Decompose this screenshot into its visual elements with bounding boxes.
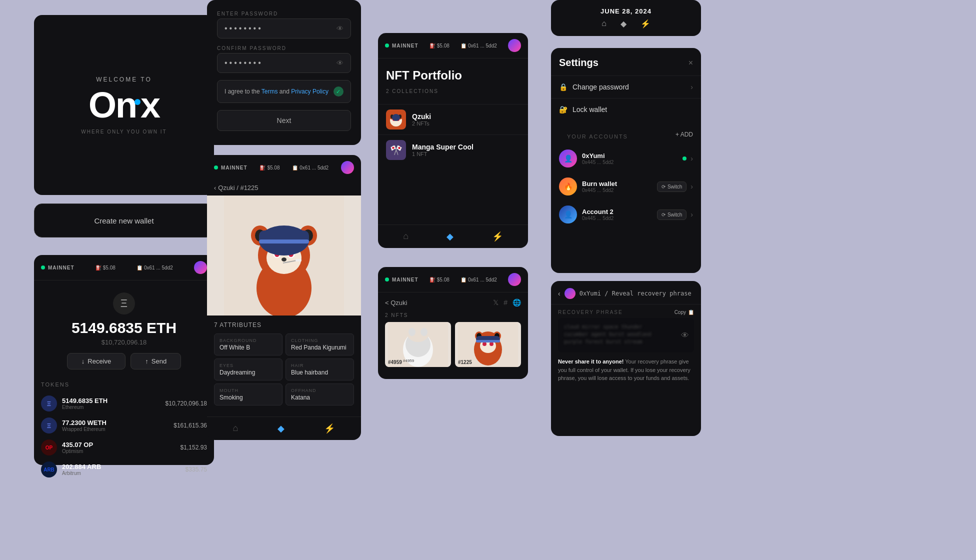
enter-password-label: ENTER PASSWORD: [217, 11, 351, 16]
avatar[interactable]: [194, 261, 207, 274]
diamond-icon[interactable]: ◆: [620, 19, 626, 28]
network-label: MAINNET: [48, 265, 74, 270]
toggle-password-icon[interactable]: 👁: [336, 24, 344, 32]
recovery-avatar: [564, 288, 576, 299]
weth-token-usd: $161,615.36: [174, 422, 207, 429]
qzuki-collection-avatar[interactable]: [508, 273, 521, 286]
collection-manga[interactable]: 🎌 Manga Super Cool 1 NFT: [378, 134, 528, 165]
account-addr-2: 0x445 ... 5dd2: [582, 216, 614, 221]
account-chevron-burn: ›: [690, 182, 693, 190]
settings-header: Settings ×: [551, 48, 701, 76]
switch-burn-button[interactable]: ⟳ Switch: [657, 182, 686, 192]
switch-icon-2: ⟳: [662, 212, 666, 218]
eth-token-name: 5149.6835 ETH: [62, 397, 108, 404]
usd-amount: $10,720,096.18: [102, 338, 146, 346]
attr-mouth: MOUTH Smoking: [214, 384, 282, 406]
twitter-icon[interactable]: 𝕏: [493, 298, 498, 306]
home-nav-icon[interactable]: ⌂: [233, 423, 238, 434]
home-icon-portfolio[interactable]: ⌂: [403, 231, 408, 242]
manga-avatar: 🎌: [386, 140, 406, 160]
home-icon[interactable]: ⌂: [602, 19, 606, 28]
svg-text:#4959: #4959: [403, 358, 414, 363]
close-settings-button[interactable]: ×: [688, 58, 693, 68]
svg-point-28: [392, 114, 400, 121]
nft-detail-avatar[interactable]: [341, 161, 354, 174]
word-line-2: cucumber agent burst woodland: [564, 332, 688, 337]
lock-wallet-item[interactable]: 🔐 Lock wallet: [551, 98, 701, 120]
network-dot: [41, 266, 45, 270]
weth-token-name: 77.2300 WETH: [62, 419, 106, 426]
eth-symbol: Ξ: [120, 297, 128, 310]
nft-thumb-1225[interactable]: #1225: [455, 322, 521, 367]
portfolio-heading: NFT Portfolio: [386, 68, 520, 82]
toggle-confirm-icon[interactable]: 👁: [336, 59, 344, 67]
check-icon: ✓: [334, 86, 344, 96]
lightning-icon-portfolio[interactable]: ⚡: [492, 231, 503, 242]
recovery-warning: Never share it to anyone! Your recovery …: [551, 352, 701, 388]
tokens-title: TOKENS: [41, 382, 207, 388]
confirm-password-input[interactable]: •••••••• 👁: [217, 53, 351, 73]
copy-phrase-button[interactable]: Copy 📋: [674, 310, 694, 315]
settings-title: Settings: [559, 57, 598, 68]
receive-button[interactable]: ↓ Receive: [67, 353, 126, 370]
token-row-eth[interactable]: Ξ 5149.6835 ETH Ethereum $10,720,096.18: [41, 392, 207, 414]
switch-account2-button[interactable]: ⟳ Switch: [657, 210, 686, 220]
account-row-burn[interactable]: 🔥 Burn wallet 0x445 ... 5dd2 ⟳ Switch ›: [551, 172, 701, 200]
account-addr-burn: 0x445 ... 5dd2: [582, 188, 617, 193]
enter-password-input[interactable]: •••••••• 👁: [217, 18, 351, 38]
eth-token-usd: $10,720,096.18: [166, 400, 207, 407]
diamond-icon-portfolio[interactable]: ◆: [446, 231, 454, 242]
terms-checkbox[interactable]: I agree to the Terms and Privacy Policy …: [217, 80, 351, 103]
token-row-op[interactable]: OP 435.07 OP Optimism $1,152.93: [41, 436, 207, 458]
balance-section: Ξ 5149.6835 ETH $10,720,096.18 ↓ Receive…: [34, 280, 214, 376]
globe-icon[interactable]: 🌐: [512, 298, 521, 306]
discord-icon[interactable]: #: [504, 298, 508, 306]
account-name-yumi: 0xYumi: [582, 152, 614, 160]
date-text: JUNE 28, 2024: [600, 8, 652, 15]
recovery-topbar: ‹ 0xYumi / Reveal recovery phrase: [551, 281, 701, 304]
privacy-link[interactable]: Privacy Policy: [291, 88, 328, 95]
terms-link[interactable]: Terms: [262, 88, 278, 95]
toggle-recovery-icon[interactable]: 👁: [681, 331, 689, 340]
action-buttons: ↓ Receive ↑ Send: [67, 353, 181, 370]
confirm-password-label: CONFIRM PASSWORD: [217, 46, 351, 51]
account-chevron-yumi: ›: [690, 154, 693, 162]
token-row-arb[interactable]: ARB 202.884 ARB Arbitrum $335.75: [41, 458, 207, 480]
lightning-nav-icon[interactable]: ⚡: [324, 423, 335, 434]
word-line-3: purple forest burst stream: [564, 339, 688, 344]
copy-icon: 📋: [688, 310, 694, 315]
next-button[interactable]: Next: [217, 110, 351, 131]
add-account-button[interactable]: + ADD: [676, 131, 693, 138]
create-wallet-panel[interactable]: Create new wallet: [34, 204, 214, 238]
svg-point-14: [282, 258, 286, 262]
receive-icon: ↓: [82, 358, 85, 365]
op-token-icon: OP: [41, 440, 57, 456]
qzuki-back-btn[interactable]: < Qzuki: [385, 299, 407, 306]
diamond-nav-icon[interactable]: ◆: [278, 423, 284, 434]
account-avatar-yumi: 👤: [559, 150, 577, 168]
send-button[interactable]: ↑ Send: [130, 353, 181, 370]
gas-icon: ⛽: [96, 265, 102, 270]
change-password-item[interactable]: 🔒 Change password ›: [551, 76, 701, 98]
manga-name: Manga Super Cool: [412, 143, 474, 151]
recovery-back-btn[interactable]: ‹: [558, 290, 560, 298]
eth-token-sub: Ethereum: [62, 404, 108, 410]
nft-breadcrumb[interactable]: ‹ Qzuki / #1225: [207, 180, 361, 196]
account-row-2[interactable]: 👤 Account 2 0x445 ... 5dd2 ⟳ Switch ›: [551, 200, 701, 228]
terms-text: I agree to the Terms and Privacy Policy: [224, 88, 328, 95]
wallet-balance-panel: MAINNET ⛽ $5.08 📋 0x61 ... 5dd2 Ξ 5149.6…: [34, 255, 214, 465]
account-row-yumi[interactable]: 👤 0xYumi 0x445 ... 5dd2 ›: [551, 144, 701, 172]
collection-qzuki[interactable]: Qzuki 2 NFTs: [378, 104, 528, 134]
qzuki-count: 2 NFTs: [412, 120, 431, 126]
recovery-words-box: cloud mirror space thunder cucumber agen…: [558, 318, 694, 352]
lightning-icon[interactable]: ⚡: [640, 19, 650, 28]
portfolio-avatar[interactable]: [508, 39, 521, 52]
send-icon: ↑: [145, 358, 148, 365]
accounts-header: YOUR ACCOUNTS + ADD: [551, 120, 701, 144]
token-row-weth[interactable]: Ξ 77.2300 WETH Wrapped Ethereum $161,615…: [41, 414, 207, 436]
recovery-label-row: RECOVERY PHRASE Copy 📋: [551, 304, 701, 318]
eth-token-icon: Ξ: [41, 396, 57, 412]
account-addr-yumi: 0x445 ... 5dd2: [582, 160, 614, 165]
nft-thumb-4959[interactable]: #4959 #4959: [385, 322, 451, 367]
gas-price: $5.08: [103, 265, 116, 270]
